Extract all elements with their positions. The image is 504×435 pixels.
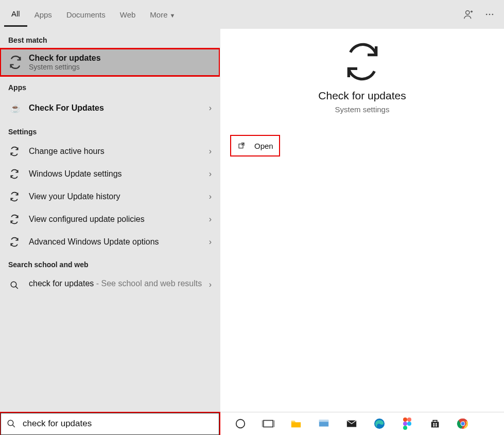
more-options-icon[interactable]	[479, 4, 500, 25]
result-app-check-for-updates[interactable]: ☕ Check For Updates ›	[0, 96, 220, 120]
setting-advanced-windows-update-options[interactable]: Advanced Windows Update options ›	[0, 231, 220, 253]
update-cycle-icon	[8, 213, 21, 225]
setting-label: View configured update policies	[29, 215, 209, 224]
setting-windows-update-settings[interactable]: Windows Update settings ›	[0, 163, 220, 185]
edge-browser-icon[interactable]	[372, 416, 387, 431]
result-title: Check for updates	[29, 54, 212, 63]
microsoft-store-icon[interactable]	[428, 416, 442, 431]
result-subtitle: System settings	[29, 63, 212, 71]
svg-point-17	[407, 417, 411, 422]
search-input[interactable]	[23, 419, 214, 429]
update-cycle-icon	[8, 55, 23, 69]
svg-line-5	[15, 286, 18, 289]
update-cycle-icon	[8, 236, 21, 248]
tab-documents[interactable]: Documents	[59, 3, 113, 26]
svg-point-1	[486, 14, 488, 15]
section-best-match: Best match	[0, 29, 220, 48]
tab-apps[interactable]: Apps	[27, 3, 59, 26]
chevron-right-icon: ›	[209, 215, 212, 224]
result-title: Check For Updates	[29, 103, 209, 113]
setting-view-configured-update-policies[interactable]: View configured update policies ›	[0, 208, 220, 231]
result-check-for-updates[interactable]: Check for updates System settings	[0, 48, 220, 76]
file-explorer-icon[interactable]	[289, 416, 303, 431]
svg-point-7	[8, 420, 13, 426]
mail-icon[interactable]	[344, 416, 359, 431]
setting-view-update-history[interactable]: View your Update history ›	[0, 185, 220, 208]
figma-icon[interactable]	[400, 416, 414, 431]
result-web-search[interactable]: check for updates - See school and web r…	[0, 273, 220, 297]
section-settings: Settings	[0, 120, 220, 140]
tab-web[interactable]: Web	[113, 3, 143, 26]
search-icon	[8, 279, 21, 291]
svg-point-19	[407, 422, 411, 426]
cortana-icon[interactable]	[233, 416, 248, 431]
task-view-icon[interactable]	[261, 416, 275, 431]
chevron-right-icon: ›	[209, 169, 212, 179]
svg-rect-21	[433, 423, 435, 425]
svg-rect-22	[436, 423, 437, 425]
section-apps: Apps	[0, 76, 220, 96]
svg-rect-14	[319, 420, 328, 422]
update-cycle-icon	[8, 190, 21, 203]
preview-subtitle: System settings	[335, 105, 390, 114]
svg-point-18	[403, 422, 407, 426]
svg-rect-23	[433, 425, 435, 427]
taskbar-icons	[220, 416, 504, 431]
chevron-right-icon: ›	[209, 237, 212, 247]
tab-all[interactable]: All	[4, 2, 27, 27]
open-external-icon	[237, 141, 247, 151]
preview-title: Check for updates	[318, 90, 406, 102]
chrome-browser-icon[interactable]	[456, 416, 470, 431]
chevron-right-icon: ›	[209, 192, 212, 201]
section-search-web: Search school and web	[0, 253, 220, 273]
svg-point-27	[461, 422, 465, 426]
preview-pane: Check for updates System settings Open	[220, 29, 504, 412]
app-icon-generic[interactable]	[317, 416, 331, 431]
svg-line-8	[12, 425, 15, 427]
taskbar-search-box[interactable]	[0, 412, 220, 436]
web-search-label: check for updates - See school and web r…	[29, 278, 209, 289]
svg-point-9	[236, 420, 245, 428]
chevron-down-icon: ▼	[170, 12, 176, 19]
svg-point-2	[489, 14, 491, 15]
svg-point-3	[492, 14, 494, 15]
open-button[interactable]: Open	[231, 135, 280, 156]
chevron-right-icon: ›	[209, 103, 212, 113]
open-label: Open	[254, 142, 273, 150]
setting-label: Advanced Windows Update options	[29, 237, 209, 247]
setting-label: Windows Update settings	[29, 169, 209, 179]
chevron-right-icon: ›	[209, 280, 212, 289]
app-icon: ☕	[8, 101, 23, 115]
setting-label: View your Update history	[29, 192, 209, 201]
setting-label: Change active hours	[29, 147, 209, 156]
search-filter-tabs: All Apps Documents Web More▼	[0, 0, 504, 29]
svg-point-16	[403, 417, 407, 422]
svg-point-20	[403, 426, 407, 430]
search-icon	[6, 419, 16, 429]
update-cycle-icon	[8, 145, 21, 158]
svg-point-0	[466, 11, 470, 14]
update-cycle-icon	[342, 41, 383, 82]
svg-rect-10	[264, 421, 273, 427]
svg-point-4	[11, 282, 16, 287]
results-list: Best match Check for updates System sett…	[0, 29, 220, 412]
update-cycle-icon	[8, 168, 21, 180]
svg-rect-24	[436, 425, 437, 427]
chevron-right-icon: ›	[209, 147, 212, 156]
account-icon[interactable]	[459, 4, 479, 25]
setting-change-active-hours[interactable]: Change active hours ›	[0, 140, 220, 163]
tab-more[interactable]: More▼	[143, 3, 182, 26]
taskbar	[0, 412, 504, 435]
